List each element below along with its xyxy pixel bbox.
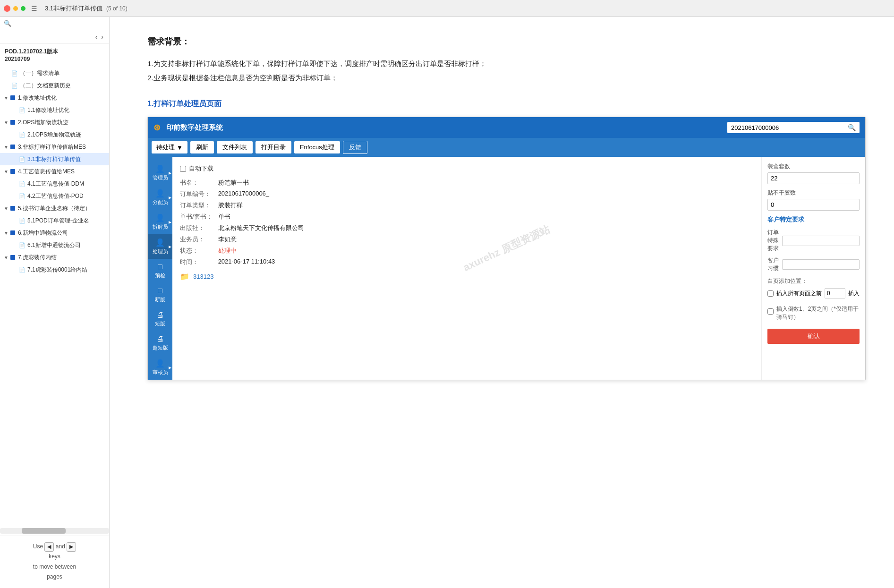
app-sidebar-ultrashort[interactable]: 🖨 超短版 bbox=[148, 331, 172, 355]
subsection-title: 1.打样订单处理员页面 bbox=[147, 99, 866, 109]
next-page-button[interactable]: › bbox=[99, 32, 105, 42]
white-page-before-row: 插入所有页面之前 插入 bbox=[767, 288, 860, 298]
sidebar-item-address-doc[interactable]: 📄 1.1修改地址优化 bbox=[0, 104, 109, 116]
submit-button[interactable]: 确认 bbox=[767, 329, 860, 344]
app-sidebar-reviewer[interactable]: 👤 审核员 bbox=[148, 355, 172, 380]
precheck-icon: □ bbox=[158, 263, 162, 271]
sidebar-item-nonstandard-doc[interactable]: 📄 3.1非标打样订单传值 bbox=[0, 153, 109, 165]
maximize-button[interactable] bbox=[21, 6, 26, 11]
feedback-button[interactable]: 反馈 bbox=[343, 141, 367, 154]
version-date: 20210709 bbox=[5, 56, 104, 62]
app-sidebar-precheck[interactable]: □ 预检 bbox=[148, 259, 172, 283]
distributor-label: 分配员 bbox=[153, 199, 168, 206]
white-page-before-checkbox[interactable] bbox=[767, 290, 774, 297]
time-value: 2021-06-17 11:10:43 bbox=[218, 258, 754, 266]
order-type-value: 胶装打样 bbox=[218, 201, 754, 210]
app-sidebar-break[interactable]: □ 断版 bbox=[148, 283, 172, 307]
white-page-after-label: 插入 bbox=[848, 290, 860, 298]
sidebar-item-logistics-folder[interactable]: ▼ 6.新增中通物流公司 bbox=[0, 227, 109, 239]
next-key: ▶ bbox=[67, 542, 76, 552]
app-search-input[interactable] bbox=[731, 124, 848, 131]
nav-hint: Use ◀ and ▶ keys to move between pages bbox=[0, 536, 109, 588]
prev-key: ◀ bbox=[44, 542, 54, 552]
search-input[interactable] bbox=[13, 20, 105, 27]
app-sidebar-disassembler[interactable]: 👤 拆解员 bbox=[148, 210, 172, 234]
version-block: POD.1.210702.1版本 20210709 bbox=[0, 44, 109, 64]
order-no-label: 订单编号： bbox=[180, 190, 213, 198]
nav-hint-keys: keys bbox=[49, 553, 60, 560]
doc-icon: 📄 bbox=[19, 193, 26, 199]
app-search-button[interactable]: 🔍 bbox=[848, 124, 856, 131]
reviewer-icon: 👤 bbox=[155, 359, 165, 368]
sidebar-item-requirements[interactable]: 📄 （一）需求清单 bbox=[0, 67, 109, 79]
publisher-label: 出版社： bbox=[180, 224, 213, 232]
break-icon: □ bbox=[158, 287, 162, 295]
folder-icon: 📁 bbox=[180, 272, 189, 281]
sidebar-item-tiger-folder[interactable]: ▼ 7.虎彩装传内结 bbox=[0, 251, 109, 264]
sidebar-item-logistics-doc[interactable]: 📄 6.1新增中通物流公司 bbox=[0, 239, 109, 251]
scrollbar[interactable] bbox=[0, 528, 109, 534]
filelist-button[interactable]: 文件列表 bbox=[217, 141, 253, 153]
close-button[interactable] bbox=[4, 5, 10, 12]
minimize-button[interactable] bbox=[13, 6, 18, 11]
book-name-label: 书名： bbox=[180, 179, 213, 187]
refresh-button[interactable]: 刷新 bbox=[190, 141, 214, 153]
doc-icon: 📄 bbox=[19, 131, 26, 138]
sidebar-nav-row: ‹ › bbox=[0, 30, 109, 44]
sidebar-item-search-doc[interactable]: 📄 5.1POD订单管理-企业名 bbox=[0, 214, 109, 227]
sidebar-item-history[interactable]: 📄 （二）文档更新历史 bbox=[0, 79, 109, 92]
app-name: 印前数字处理系统 bbox=[166, 123, 223, 132]
sidebar-item-craft-pod[interactable]: 📄 4.2工艺信息传值-POD bbox=[0, 190, 109, 202]
sidebar-item-ops-folder[interactable]: ▼ 2.OPS增加物流轨迹 bbox=[0, 116, 109, 128]
ultrashort-label: 超短版 bbox=[153, 344, 168, 351]
processor-icon: 👤 bbox=[155, 238, 165, 247]
habit-req-label: 客户习惯 bbox=[767, 256, 779, 273]
sidebar-item-ops-doc[interactable]: 📄 2.1OPS增加物流轨迹 bbox=[0, 128, 109, 141]
auto-download-checkbox[interactable] bbox=[180, 166, 186, 172]
app-main: 自动下载 书名： 粉笔第一书 订单编号： 20210617000006_ 订单类… bbox=[172, 157, 761, 380]
footnote-checkbox[interactable] bbox=[767, 308, 774, 315]
submit-label: 确认 bbox=[808, 332, 820, 341]
sticker-count-input[interactable] bbox=[767, 199, 860, 211]
sidebar-item-tiger-doc[interactable]: 📄 7.1虎彩装传0001给内结 bbox=[0, 264, 109, 276]
doc-icon: 📄 bbox=[11, 82, 18, 89]
short-icon: 🖨 bbox=[156, 311, 164, 319]
sidebar-item-nonstandard-folder[interactable]: ▼ 3.非标打样订单传值给MES bbox=[0, 141, 109, 153]
white-page-before-value[interactable] bbox=[825, 288, 845, 298]
sidebar-item-search-folder[interactable]: ▼ 5.搜书订单企业名称（待定） bbox=[0, 202, 109, 214]
habit-req-input[interactable] bbox=[782, 259, 860, 270]
break-label: 断版 bbox=[155, 296, 165, 303]
folder-icon bbox=[9, 230, 16, 236]
folder-icon bbox=[9, 94, 16, 101]
app-sidebar-processor[interactable]: 👤 处理员 bbox=[148, 234, 172, 259]
app-sidebar-distributor[interactable]: 👤 分配员 bbox=[148, 185, 172, 210]
disassembler-icon: 👤 bbox=[155, 213, 165, 222]
folder-row[interactable]: 📁 313123 bbox=[180, 272, 754, 281]
sidebar-item-craft-ddm[interactable]: 📄 4.1工艺信息传值-DDM bbox=[0, 178, 109, 190]
app-sidebar-short[interactable]: 🖨 短版 bbox=[148, 307, 172, 331]
sidebar-item-address-folder[interactable]: ▼ 1.修改地址优化 bbox=[0, 92, 109, 104]
body-line1: 1.为支持非标打样订单能系统化下单，保障打样订单即使下达，调度排产时需明确区分出… bbox=[147, 57, 866, 71]
menu-icon[interactable]: ☰ bbox=[31, 5, 37, 12]
special-req-input[interactable] bbox=[782, 236, 860, 246]
sidebar-item-craft-folder[interactable]: ▼ 4.工艺信息传值给MES bbox=[0, 165, 109, 178]
distributor-icon: 👤 bbox=[155, 189, 165, 198]
folder-icon bbox=[9, 205, 16, 212]
folder-icon bbox=[9, 254, 16, 261]
precheck-label: 预检 bbox=[155, 272, 165, 279]
customer-req-title: 客户特定要求 bbox=[767, 215, 860, 224]
opendir-button[interactable]: 打开目录 bbox=[255, 141, 291, 153]
version-label: POD.1.210702.1版本 bbox=[5, 48, 104, 56]
enfocus-button[interactable]: Enfocus处理 bbox=[294, 141, 340, 153]
app-sidebar-manager[interactable]: 👤 管理员 bbox=[148, 161, 172, 185]
folder-icon bbox=[9, 144, 16, 150]
toggle-icon: ▼ bbox=[4, 230, 9, 237]
app-content: 自动下载 书名： 粉笔第一书 订单编号： 20210617000006_ 订单类… bbox=[172, 157, 865, 380]
app-body: 👤 管理员 👤 分配员 👤 拆解员 bbox=[148, 157, 865, 380]
prev-page-button[interactable]: ‹ bbox=[94, 32, 100, 42]
manager-icon: 👤 bbox=[155, 164, 165, 173]
doc-icon: 📄 bbox=[19, 266, 26, 273]
order-info: 书名： 粉笔第一书 订单编号： 20210617000006_ 订单类型： 胶装… bbox=[180, 179, 754, 266]
box-count-input[interactable] bbox=[767, 172, 860, 184]
filter-dropdown[interactable]: 待处理 ▼ bbox=[152, 141, 187, 153]
